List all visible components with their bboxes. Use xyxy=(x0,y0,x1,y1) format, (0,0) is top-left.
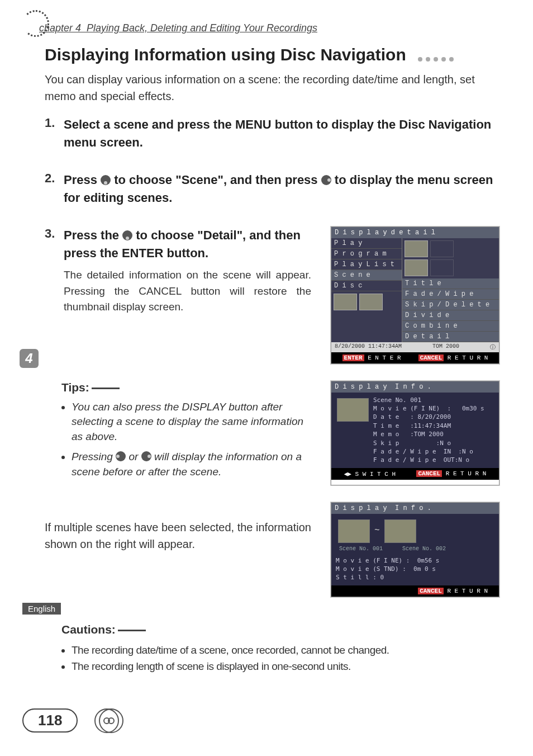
nav-left-program: P r o g r a m xyxy=(331,249,402,259)
chapter-tab: 4 xyxy=(20,349,39,368)
nav-footer-cancel: CANCEL R E T U R N xyxy=(418,355,488,361)
step-1-head: Select a scene and press the MENU button… xyxy=(64,116,499,152)
caution-2: The recording length of scene is display… xyxy=(72,658,499,674)
page-number: 118 xyxy=(22,708,78,733)
nav-right-fade: F a d e / W i p e xyxy=(402,289,499,300)
page-footer: 118 xyxy=(22,708,499,733)
nav-right-divide: D i v i d e xyxy=(402,310,499,321)
nav-left-scene: S c e n e xyxy=(331,270,402,281)
step-3-num: 3. xyxy=(45,226,58,364)
multi-footer-cancel: CANCEL R E T U R N xyxy=(418,588,488,594)
step-2-num: 2. xyxy=(45,171,58,207)
nav-left-play: P l a y xyxy=(331,238,402,249)
multi-thumb-a xyxy=(338,519,370,543)
multi-lines: M o v i e (F I NE) : 0m56 s M o v i e (S… xyxy=(336,557,494,582)
page-title: Displaying Information using Disc Naviga… xyxy=(45,45,499,65)
nav-status-memo: TOM 2000 xyxy=(432,343,459,351)
multi-scene-a: Scene No. 001 xyxy=(339,545,383,553)
step-2: 2. Press to choose "Scene", and then pre… xyxy=(45,171,499,207)
cautions-heading: Cautions: xyxy=(61,623,499,636)
decor-circle-icon xyxy=(22,10,49,37)
tip-1: You can also press the DISPLAY button af… xyxy=(72,400,314,445)
multi-title: D i s p l a y I n f o . xyxy=(331,503,499,514)
step-3-head: Press the to choose "Detail", and then p… xyxy=(64,226,317,262)
nav-left-playlist: P l a y L i s t xyxy=(331,259,402,270)
nav-right-detail: D e t a i l xyxy=(402,332,499,342)
info-footer-cancel: CANCEL R E T U R N xyxy=(416,470,486,478)
cautions-block: Cautions: The recording date/time of a s… xyxy=(61,623,499,675)
nav-footer-enter: ENTER E N T E R xyxy=(342,355,401,361)
step-3: 3. Press the to choose "Detail", and the… xyxy=(45,226,499,364)
info-thumb xyxy=(337,398,369,422)
steps-list: 1. Select a scene and press the MENU but… xyxy=(45,116,499,364)
multi-thumb-b xyxy=(384,519,416,543)
info-lines: Scene No. 001 M o v i e (F I NE) : 0m30 … xyxy=(373,396,484,465)
step-1: 1. Select a scene and press the MENU but… xyxy=(45,116,499,152)
step-1-num: 1. xyxy=(45,116,58,152)
step-2-head: Press to choose "Scene", and then press … xyxy=(64,171,499,207)
screenshot-nav-menu: D i s p l a y d e t a i l P l a y P r o … xyxy=(331,226,499,364)
screenshot-scene-info: D i s p l a y I n f o . Scene No. 001 M … xyxy=(331,381,499,485)
info-title: D i s p l a y I n f o . xyxy=(331,381,499,393)
step-3-sub: The detailed information on the scene wi… xyxy=(64,267,317,315)
nav-submenu: P l a y P r o g r a m P l a y L i s t S … xyxy=(331,238,499,342)
breadcrumb: chapter 4_Playing Back, Deleting and Edi… xyxy=(39,22,499,34)
joystick-right-icon xyxy=(141,451,151,461)
info-footer-switch: ◀▶ S W I T C H xyxy=(344,470,396,478)
tip-2: Pressing or will display the information… xyxy=(72,450,314,479)
nav-right-combine: C o m b i n e xyxy=(402,321,499,332)
multi-scene-b: Scene No. 002 xyxy=(402,545,446,553)
nav-right-skip: S k i p / D e l e t e xyxy=(402,300,499,310)
joystick-down-icon xyxy=(122,230,132,240)
step-3-text-a: Press the xyxy=(64,228,122,242)
nav-status-date: 8/20/2000 11:47:34AM xyxy=(335,343,402,351)
tips-heading: Tips: xyxy=(61,381,314,394)
step-2-text-a: Press xyxy=(64,173,101,187)
tip-2a: Pressing xyxy=(72,451,116,462)
screenshot-multi-info: D i s p l a y I n f o . ~ Scene No. 001 … xyxy=(331,502,499,597)
multi-note: If multiple scenes have been selected, t… xyxy=(45,519,317,552)
disc-icon xyxy=(94,708,122,733)
title-text: Displaying Information using Disc Naviga… xyxy=(45,45,406,64)
tip-2b: or xyxy=(129,451,141,462)
language-tag: English xyxy=(22,603,61,615)
tips-block: Tips: You can also press the DISPLAY but… xyxy=(61,381,499,485)
caution-1: The recording date/time of a scene, once… xyxy=(72,642,499,658)
title-dots-icon xyxy=(416,46,455,65)
help-icon: ⓘ xyxy=(490,343,496,351)
joystick-right-icon xyxy=(321,175,331,185)
multi-tilde: ~ xyxy=(374,525,380,537)
step-2-text-b: to choose "Scene", and then press xyxy=(114,173,321,187)
joystick-down-icon xyxy=(101,175,111,185)
nav-title: D i s p l a y d e t a i l xyxy=(331,227,499,238)
nav-left-disc: D i s c xyxy=(331,281,402,291)
intro-text: You can display various information on a… xyxy=(45,71,499,105)
joystick-left-icon xyxy=(116,451,126,461)
nav-right-title: T i t l e xyxy=(402,278,499,289)
